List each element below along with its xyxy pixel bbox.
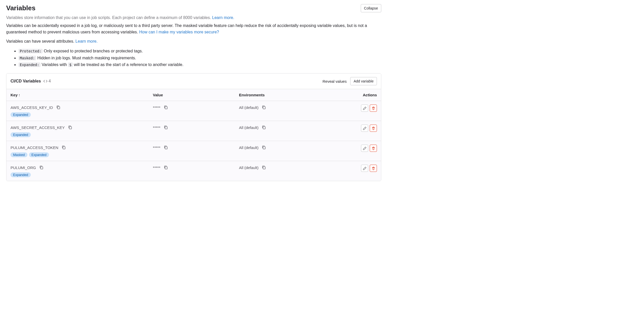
- copy-icon: [262, 165, 266, 170]
- expanded-badge: Expanded: [11, 132, 31, 137]
- expanded-badge: Expanded: [11, 112, 31, 117]
- copy-env-button[interactable]: [261, 105, 267, 110]
- variable-key: AWS_SECRET_ACCESS_KEY: [11, 125, 65, 130]
- copy-icon: [262, 145, 266, 150]
- attr-masked: Masked: Hidden in job logs. Must match m…: [18, 55, 381, 61]
- copy-env-button[interactable]: [261, 145, 267, 150]
- copy-icon: [164, 105, 168, 109]
- trash-icon: [372, 106, 375, 110]
- table-row: AWS_ACCESS_KEY_IDExpanded*****All (defau…: [6, 101, 381, 121]
- variable-value: *****: [153, 125, 160, 130]
- variable-environment: All (default): [239, 145, 259, 150]
- copy-value-button[interactable]: [163, 145, 169, 150]
- pencil-icon: [363, 106, 367, 110]
- edit-button[interactable]: [361, 165, 368, 172]
- delete-button[interactable]: [370, 165, 377, 172]
- copy-key-button[interactable]: [55, 105, 61, 110]
- delete-button[interactable]: [370, 125, 377, 132]
- expanded-badge: Expanded: [11, 172, 31, 177]
- attributes-learn-more-link[interactable]: Learn more.: [75, 39, 97, 43]
- variable-environment: All (default): [239, 105, 259, 110]
- copy-icon: [262, 105, 266, 109]
- copy-value-button[interactable]: [163, 125, 169, 130]
- pencil-icon: [363, 166, 367, 170]
- panel-count: 4: [43, 79, 51, 83]
- reveal-values-button[interactable]: Reveal values: [323, 79, 347, 83]
- variable-environment: All (default): [239, 165, 259, 170]
- copy-icon: [56, 105, 60, 109]
- trash-icon: [372, 126, 375, 130]
- sort-ascending-icon: ↑: [18, 93, 21, 97]
- variables-panel: CI/CD Variables 4 Reveal values Add vari…: [6, 73, 381, 181]
- copy-env-button[interactable]: [261, 125, 267, 130]
- copy-icon: [262, 125, 266, 129]
- attr-protected: Protected: Only exposed to protected bra…: [18, 48, 381, 54]
- copy-icon: [68, 125, 72, 129]
- copy-value-button[interactable]: [163, 105, 169, 110]
- col-value: Value: [149, 89, 235, 101]
- code-icon: [43, 79, 47, 83]
- description-line-1: Variables store information that you can…: [6, 15, 381, 21]
- attr-code: Protected:: [18, 49, 43, 53]
- add-variable-button[interactable]: Add variable: [350, 77, 377, 85]
- edit-button[interactable]: [361, 125, 368, 132]
- variable-key: PULUMI_ACCESS_TOKEN: [11, 145, 58, 150]
- section-header: Variables Collapse: [6, 4, 381, 15]
- masked-badge: Masked: [11, 152, 27, 157]
- col-env: Environments: [235, 89, 336, 101]
- copy-env-button[interactable]: [261, 165, 267, 170]
- trash-icon: [372, 146, 375, 150]
- edit-button[interactable]: [361, 105, 368, 112]
- variable-value: *****: [153, 145, 160, 150]
- variables-table: Key↑ Value Environments Actions AWS_ACCE…: [6, 89, 381, 181]
- description-line-3: Variables can have several attributes. L…: [6, 38, 381, 45]
- copy-key-button[interactable]: [61, 145, 66, 150]
- col-key[interactable]: Key↑: [6, 89, 149, 101]
- copy-key-button[interactable]: [38, 165, 44, 170]
- table-row: PULUMI_ORGExpanded*****All (default): [6, 161, 381, 181]
- copy-icon: [39, 165, 43, 170]
- panel-title: CI/CD Variables: [11, 79, 41, 83]
- variable-value: *****: [153, 105, 160, 110]
- attribute-list: Protected: Only exposed to protected bra…: [18, 48, 381, 68]
- dollar-code: $: [68, 62, 73, 67]
- table-row: AWS_SECRET_ACCESS_KEYExpanded*****All (d…: [6, 121, 381, 141]
- attr-code: Masked:: [18, 56, 36, 60]
- variable-key: AWS_ACCESS_KEY_ID: [11, 105, 53, 110]
- copy-icon: [62, 145, 66, 150]
- page-title: Variables: [6, 4, 35, 12]
- secure-vars-link[interactable]: How can I make my variables more secure?: [139, 30, 219, 34]
- delete-button[interactable]: [370, 145, 377, 152]
- pencil-icon: [363, 126, 367, 130]
- trash-icon: [372, 166, 375, 170]
- col-actions: Actions: [336, 89, 381, 101]
- expanded-badge: Expanded: [29, 152, 49, 157]
- copy-icon: [164, 145, 168, 150]
- variable-value: *****: [153, 165, 160, 170]
- pencil-icon: [363, 146, 367, 150]
- attr-expanded: Expanded: Variables with $ will be treat…: [18, 61, 381, 68]
- variable-environment: All (default): [239, 125, 259, 130]
- description-line-2: Variables can be accidentally exposed in…: [6, 23, 381, 35]
- edit-button[interactable]: [361, 145, 368, 152]
- collapse-button[interactable]: Collapse: [361, 4, 381, 12]
- panel-header: CI/CD Variables 4 Reveal values Add vari…: [6, 73, 381, 89]
- delete-button[interactable]: [370, 105, 377, 112]
- learn-more-link[interactable]: Learn more.: [212, 15, 234, 20]
- copy-key-button[interactable]: [67, 125, 73, 130]
- copy-icon: [164, 125, 168, 129]
- table-row: PULUMI_ACCESS_TOKENMaskedExpanded*****Al…: [6, 141, 381, 161]
- attr-code: Expanded:: [18, 62, 41, 67]
- copy-value-button[interactable]: [163, 165, 169, 170]
- copy-icon: [164, 165, 168, 170]
- variable-key: PULUMI_ORG: [11, 165, 36, 170]
